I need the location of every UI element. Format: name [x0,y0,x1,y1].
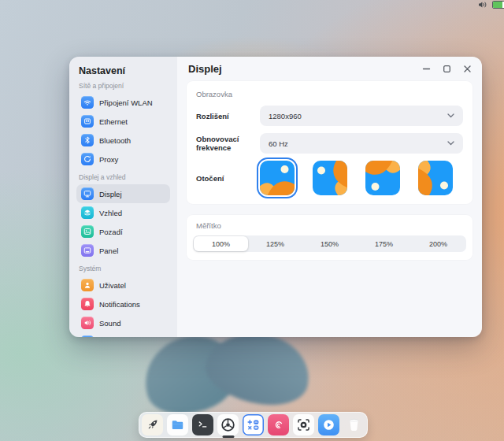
scale-option-150[interactable]: 150% [302,236,357,251]
sidebar-item-label: Uživatel [99,281,126,290]
sidebar-item-label: Ethernet [99,117,128,126]
maximize-button[interactable] [442,64,452,74]
user-icon [81,279,94,291]
sidebar-item-label: Připojení WLAN [99,98,153,107]
sidebar-item-wallpaper[interactable]: Pozadí [76,222,170,241]
ethernet-icon [81,115,94,128]
refresh-label: Obnovovací frekvence [196,135,260,152]
settings-window: Nastavení Sítě a připojení Připojení WLA… [69,57,482,337]
panel-icon [81,244,94,257]
sidebar-item-label: Vzhled [99,209,122,217]
sidebar-item-proxy[interactable]: Proxy [76,150,170,169]
sidebar: Nastavení Sítě a připojení Připojení WLA… [69,57,177,337]
app-title: Nastavení [79,65,170,76]
sidebar-item-user[interactable]: Uživatel [76,276,170,295]
resolution-value: 1280x960 [269,112,447,120]
scale-segmented-control: 100% 125% 150% 175% 200% [193,235,466,252]
sidebar-item-label: Sound [99,319,120,328]
scale-option-125[interactable]: 125% [248,236,302,251]
volume-icon[interactable] [478,1,487,9]
sidebar-section-network: Sítě a připojení [79,82,168,91]
sidebar-item-clipped[interactable] [76,332,170,337]
sidebar-item-panel[interactable]: Panel [76,241,170,260]
appearance-icon [81,206,94,219]
refresh-row: Obnovovací frekvence 60 Hz [196,133,463,154]
sidebar-item-notifications[interactable]: Notifications [76,295,170,313]
sidebar-section-system: Systém [79,265,168,273]
content-pane: Displej Obrazovka Rozlišení [177,57,482,337]
scale-option-175[interactable]: 175% [357,236,411,251]
chevron-down-icon [447,141,454,146]
sidebar-item-label: Panel [99,246,118,255]
sidebar-item-sound[interactable]: Sound [76,313,170,332]
sidebar-item-bluetooth[interactable]: Bluetooth [76,131,170,150]
sidebar-section-display: Displej a vzhled [79,173,168,182]
dock [139,412,368,438]
trash-icon[interactable] [343,414,365,435]
system-tray [478,1,502,9]
terminal-icon[interactable] [192,414,213,435]
sidebar-item-label: Proxy [99,155,118,164]
display-icon [81,187,94,200]
resolution-label: Rozlišení [196,112,260,120]
speaker-icon [81,317,94,329]
rotation-option-180[interactable] [365,161,400,195]
sidebar-item-display[interactable]: Displej [76,184,170,203]
refresh-value: 60 Hz [269,139,447,148]
chevron-down-icon [447,113,454,118]
sidebar-item-ethernet[interactable]: Ethernet [76,112,170,131]
scale-option-100[interactable]: 100% [194,236,248,251]
minimize-button[interactable] [421,64,432,74]
screen-card-title: Obrazovka [196,90,463,98]
bluetooth-icon [81,134,94,146]
sidebar-item-wlan[interactable]: Připojení WLAN [76,93,170,112]
file-manager-icon[interactable] [167,414,188,435]
sidebar-item-label: Notifications [99,300,140,309]
scale-option-200[interactable]: 200% [411,236,465,251]
launcher-icon[interactable] [142,414,163,435]
active-app-indicator [222,435,234,438]
scale-card-title: Měřítko [196,221,466,230]
rotation-option-0-selected[interactable] [257,158,298,198]
wallpaper-icon [81,225,94,238]
clipped-icon [81,335,94,337]
sidebar-item-label: Pozadí [99,228,123,236]
page-title: Displej [188,63,222,75]
calculator-icon[interactable] [243,414,264,435]
music-icon[interactable] [268,414,289,435]
media-player-icon[interactable] [318,414,339,435]
wifi-icon [81,96,94,109]
sidebar-item-appearance[interactable]: Vzhled [76,203,170,222]
battery-icon[interactable] [492,1,504,9]
resolution-row: Rozlišení 1280x960 [196,106,463,126]
sidebar-item-label: Bluetooth [99,136,131,145]
rotation-options [260,161,453,195]
rotation-option-270[interactable] [418,161,453,195]
window-controls [421,64,472,74]
resolution-dropdown[interactable]: 1280x960 [260,106,463,126]
close-icon[interactable] [462,64,472,74]
rotation-label: Otočení [196,174,260,183]
sidebar-item-label: Displej [99,190,122,198]
proxy-icon [81,153,94,165]
rotation-option-90[interactable] [313,161,347,195]
bell-icon [81,298,94,310]
rotation-row: Otočení [196,161,463,195]
desktop: Nastavení Sítě a připojení Připojení WLA… [0,0,504,441]
refresh-dropdown[interactable]: 60 Hz [260,133,463,154]
screen-card: Obrazovka Rozlišení 1280x960 Obnovovací … [187,81,472,204]
scale-card: Měřítko 100% 125% 150% 175% 200% [187,215,472,260]
control-center-icon[interactable] [217,414,239,435]
screenshot-icon[interactable] [293,414,314,435]
